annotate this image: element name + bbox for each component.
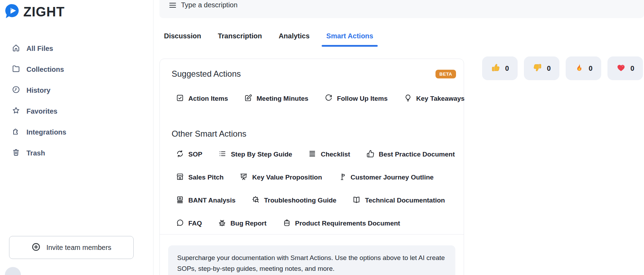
suggested-actions-row: Action Items Meeting Minutes — [172, 93, 456, 104]
tab-smart-actions[interactable]: Smart Actions — [326, 32, 373, 45]
briefcase-icon — [283, 219, 291, 228]
sidebar-item-label: All Files — [26, 45, 53, 53]
bullet-list-icon — [218, 150, 227, 159]
brand-name: ZIGHT — [23, 5, 65, 20]
open-book-icon — [352, 196, 361, 205]
sidebar-item-favorites[interactable]: Favorites — [0, 101, 153, 122]
action-troubleshooting-guide[interactable]: Troubleshooting Guide — [252, 196, 337, 205]
reaction-count: 0 — [505, 64, 509, 72]
action-label: Product Requirements Document — [295, 220, 400, 227]
action-bug-report[interactable]: Bug Report — [218, 219, 266, 228]
action-label: Bug Report — [230, 220, 266, 227]
heart-icon — [616, 63, 626, 74]
action-product-requirements-document[interactable]: Product Requirements Document — [283, 219, 400, 228]
lines-icon — [169, 1, 176, 10]
plus-circle-icon — [31, 242, 41, 253]
other-actions-row-1: SOP Step By Step Guide — [172, 149, 456, 160]
action-step-by-step-guide[interactable]: Step By Step Guide — [218, 150, 292, 159]
fire-reaction-button[interactable]: 0 — [566, 56, 601, 80]
action-follow-up-items[interactable]: Follow Up Items — [324, 94, 388, 104]
action-label: Key Takeaways — [416, 95, 465, 102]
beta-badge: BETA — [435, 70, 456, 78]
sidebar-item-label: History — [26, 86, 50, 94]
thumbs-up-icon — [491, 63, 501, 74]
active-tab-underline — [322, 45, 378, 47]
chat-bubble-icon — [176, 219, 184, 228]
action-key-takeaways[interactable]: Key Takeaways — [404, 94, 465, 104]
action-label: Action Items — [188, 95, 228, 102]
action-label: Meeting Minutes — [257, 95, 308, 102]
action-sop[interactable]: SOP — [176, 150, 202, 159]
sidebar-item-integrations[interactable]: Integrations — [0, 122, 153, 143]
other-actions-row-4: FAQ Bug Report — [172, 218, 456, 229]
sidebar-item-label: Trash — [26, 149, 45, 157]
content-row: Suggested Actions BETA Action Items — [159, 59, 644, 275]
sidebar-item-all-files[interactable]: All Files — [0, 38, 153, 59]
description-input[interactable]: Type a description — [159, 0, 644, 18]
other-smart-actions-list: SOP Step By Step Guide — [172, 149, 456, 229]
action-customer-journey-outline[interactable]: Customer Journey Outline — [338, 173, 434, 182]
other-actions-row-3: BANT Analysis Troubleshooting Guide — [172, 195, 456, 206]
home-icon — [11, 43, 21, 54]
star-icon — [11, 106, 21, 116]
action-technical-documentation[interactable]: Technical Documentation — [352, 196, 445, 205]
reaction-count: 0 — [589, 64, 592, 72]
action-bant-analysis[interactable]: BANT Analysis — [176, 196, 236, 205]
info-note: Supercharge your documentation with Smar… — [177, 252, 446, 274]
action-label: Sales Pitch — [188, 174, 223, 181]
action-label: Key Value Proposition — [252, 174, 322, 181]
action-meeting-minutes[interactable]: Meeting Minutes — [244, 94, 308, 104]
fire-icon — [574, 63, 584, 74]
zight-logo-mark-icon — [4, 3, 20, 21]
action-key-value-proposition[interactable]: Key Value Proposition — [239, 173, 322, 182]
sidebar-item-history[interactable]: History — [0, 80, 153, 101]
heart-reaction-button[interactable]: 0 — [607, 56, 643, 80]
action-label: FAQ — [188, 220, 202, 227]
tab-discussion[interactable]: Discussion — [164, 32, 201, 45]
panel-header: Suggested Actions BETA — [172, 68, 456, 79]
thumbs-down-reaction-button[interactable]: 0 — [524, 56, 559, 80]
tab-bar: Discussion Transcription Analytics Smart… — [164, 32, 644, 45]
app-window: ZIGHT All Files Collections History — [0, 0, 644, 275]
lightbulb-icon — [404, 94, 412, 104]
presentation-icon — [239, 173, 248, 182]
tab-analytics[interactable]: Analytics — [278, 32, 309, 45]
bug-icon — [218, 219, 226, 228]
panel-title: Suggested Actions — [172, 68, 241, 79]
thumbs-up-outline-icon — [366, 150, 375, 159]
action-best-practice-document[interactable]: Best Practice Document — [366, 150, 455, 159]
thumbs-down-icon — [533, 63, 542, 74]
action-label: Step By Step Guide — [231, 151, 292, 158]
storefront-icon — [176, 173, 184, 182]
signpost-icon — [338, 173, 346, 182]
sidebar-item-label: Integrations — [26, 128, 66, 136]
sync-icon — [176, 150, 184, 159]
invite-label: Invite team members — [46, 244, 111, 252]
reaction-count: 0 — [547, 64, 551, 72]
invite-team-members-button[interactable]: Invite team members — [9, 236, 134, 259]
action-label: SOP — [188, 151, 202, 158]
action-label: Follow Up Items — [337, 95, 388, 102]
sidebar-item-trash[interactable]: Trash — [0, 143, 153, 163]
zight-logo[interactable]: ZIGHT — [4, 3, 153, 21]
action-label: BANT Analysis — [188, 197, 236, 204]
pen-icon — [244, 94, 252, 104]
action-faq[interactable]: FAQ — [176, 219, 202, 228]
thumbs-up-reaction-button[interactable]: 0 — [482, 56, 518, 80]
tab-transcription[interactable]: Transcription — [218, 32, 262, 45]
action-label: Checklist — [321, 151, 350, 158]
folder-icon — [11, 64, 21, 75]
reaction-count: 0 — [630, 64, 634, 72]
action-action-items[interactable]: Action Items — [176, 94, 228, 104]
action-label: Customer Journey Outline — [351, 174, 434, 181]
action-sales-pitch[interactable]: Sales Pitch — [176, 173, 223, 182]
trash-icon — [11, 148, 21, 158]
clock-icon — [11, 85, 21, 96]
sidebar-item-collections[interactable]: Collections — [0, 59, 153, 80]
sidebar-nav: All Files Collections History Favorites — [0, 38, 153, 163]
description-placeholder: Type a description — [181, 1, 237, 9]
avatar[interactable] — [5, 267, 21, 275]
smart-actions-info-box: Supercharge your documentation with Smar… — [168, 245, 455, 275]
lines-stack-icon — [308, 150, 316, 159]
action-checklist[interactable]: Checklist — [308, 150, 350, 159]
